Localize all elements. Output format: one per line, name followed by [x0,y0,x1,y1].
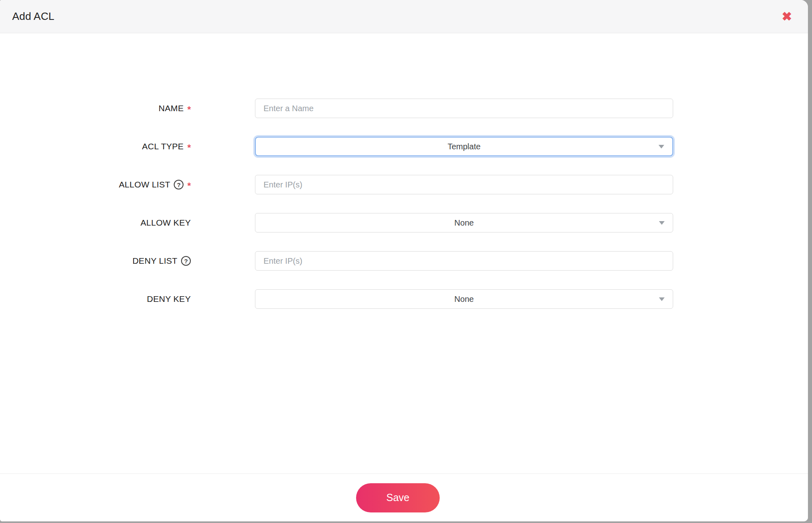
acl-type-select[interactable]: Template [255,137,673,156]
chevron-down-icon [659,221,665,225]
allow-key-select[interactable]: None [255,213,673,232]
allow-list-label-wrap: ALLOW LIST ? * [0,179,191,190]
form-row-name: NAME * [0,99,808,118]
allow-key-field-wrap: None [255,213,673,232]
acl-type-label-wrap: ACL TYPE * [0,141,191,152]
allow-list-input[interactable] [255,175,673,194]
form-row-deny-key: DENY KEY None [0,289,808,309]
allow-key-selected-value: None [454,218,474,228]
allow-key-label: ALLOW KEY [140,218,191,228]
form-row-allow-key: ALLOW KEY None [0,213,808,232]
required-asterisk: * [187,179,191,190]
name-label: NAME [159,103,184,113]
add-acl-modal: Add ACL ✖ NAME * ACL TYPE * Template [0,0,808,521]
deny-key-label: DENY KEY [147,294,191,304]
form-row-allow-list: ALLOW LIST ? * [0,175,808,194]
acl-type-selected-value: Template [447,142,480,151]
deny-key-field-wrap: None [255,289,673,309]
close-icon: ✖ [782,11,792,23]
modal-footer: Save [0,473,808,521]
deny-list-field-wrap [255,251,673,271]
allow-key-label-wrap: ALLOW KEY [0,218,191,228]
allow-list-field-wrap [255,175,673,194]
name-label-wrap: NAME * [0,103,191,114]
close-button[interactable]: ✖ [778,8,796,26]
required-asterisk: * [187,141,191,152]
name-input[interactable] [255,99,673,118]
deny-key-label-wrap: DENY KEY [0,294,191,304]
form-row-deny-list: DENY LIST ? [0,251,808,271]
chevron-down-icon [659,297,665,301]
help-icon[interactable]: ? [174,180,184,189]
acl-form: NAME * ACL TYPE * Template ALLOW [0,33,808,473]
modal-header: Add ACL ✖ [0,0,808,33]
allow-list-label: ALLOW LIST [119,180,171,189]
acl-type-label: ACL TYPE [142,142,184,151]
modal-title: Add ACL [12,10,54,23]
save-button[interactable]: Save [356,483,440,512]
required-asterisk: * [187,103,191,114]
acl-type-field-wrap: Template [255,137,673,156]
deny-list-label-wrap: DENY LIST ? [0,256,191,266]
name-field-wrap [255,99,673,118]
chevron-down-icon [659,145,664,149]
deny-key-selected-value: None [454,295,474,304]
deny-list-input[interactable] [255,251,673,271]
form-row-acl-type: ACL TYPE * Template [0,137,808,156]
help-icon[interactable]: ? [181,256,191,266]
deny-key-select[interactable]: None [255,289,673,309]
deny-list-label: DENY LIST [132,256,177,266]
